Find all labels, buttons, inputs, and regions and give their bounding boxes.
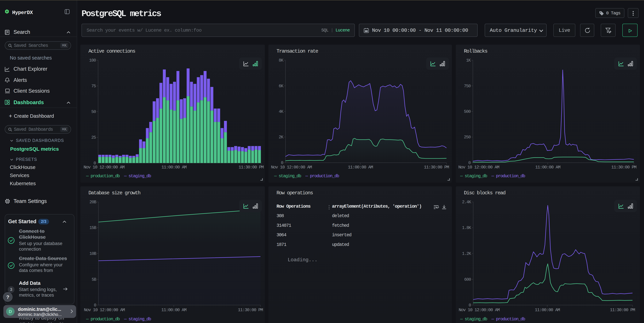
svg-text:1.2K: 1.2K: [462, 251, 471, 256]
svg-text:4K: 4K: [279, 109, 284, 114]
svg-text:2K: 2K: [279, 135, 284, 140]
svg-text:6K: 6K: [279, 84, 284, 88]
svg-text:0: 0: [468, 303, 471, 308]
svg-text:750: 750: [464, 84, 471, 88]
svg-text:5B: 5B: [92, 277, 96, 282]
svg-text:1K: 1K: [466, 58, 471, 63]
svg-text:50: 50: [91, 110, 96, 114]
svg-text:2.4K: 2.4K: [462, 200, 471, 204]
svg-text:25: 25: [91, 135, 96, 140]
svg-text:75: 75: [91, 84, 96, 88]
svg-text:500: 500: [464, 109, 471, 114]
svg-text:100: 100: [89, 58, 96, 63]
svg-text:8K: 8K: [279, 58, 284, 63]
svg-text:10B: 10B: [90, 251, 96, 256]
svg-text:600: 600: [464, 277, 471, 282]
svg-text:0: 0: [94, 303, 96, 308]
svg-text:20B: 20B: [90, 200, 96, 204]
svg-text:1.8K: 1.8K: [462, 226, 471, 230]
svg-text:15B: 15B: [90, 226, 96, 230]
svg-text:250: 250: [464, 135, 471, 140]
